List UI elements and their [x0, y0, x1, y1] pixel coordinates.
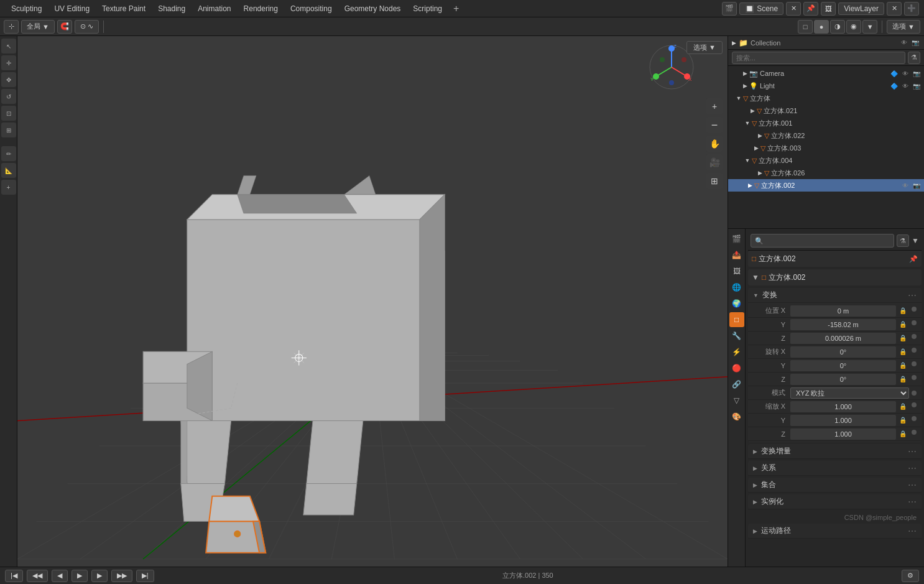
transform-section-header[interactable]: ▼ 变换 ⋯ [748, 288, 922, 303]
toggle-grid-icon[interactable]: ⊞ [706, 173, 723, 189]
outliner-item-camera[interactable]: ▶ 📷 Camera 🔷 👁 📷 [728, 67, 924, 80]
transform-tool-icon[interactable]: ⊞ [1, 123, 16, 137]
collections-section-header[interactable]: ▶ 集合 ⋯ [748, 478, 922, 493]
cursor-tool-icon[interactable]: ✛ [1, 55, 16, 70]
rendered-shading-btn[interactable]: ◉ [846, 20, 861, 34]
rot-y-dot[interactable] [912, 361, 917, 366]
physics-prop-icon[interactable]: 🔴 [729, 361, 744, 376]
position-z-input[interactable] [790, 333, 896, 344]
pin-scene-icon[interactable]: 📌 [803, 2, 818, 16]
play-next-keyframe-button[interactable]: ▶▶ [111, 570, 132, 582]
pos-x-dot[interactable] [912, 307, 917, 312]
menu-item-geometry-nodes[interactable]: Geometry Nodes [338, 0, 407, 17]
timeline-settings-button[interactable]: ⚙ [902, 570, 919, 582]
proportional-edit-btn[interactable]: ⊙ ∿ [75, 20, 99, 34]
material-prop-icon[interactable]: 🎨 [729, 409, 744, 424]
rotation-x-input[interactable] [790, 346, 896, 358]
play-start-button[interactable]: |◀ [5, 570, 23, 582]
rotation-y-input[interactable] [790, 360, 896, 371]
outliner-item-cube001[interactable]: ▼ ▽ 立方体.001 [728, 117, 924, 129]
close-scene-icon[interactable]: ✕ [786, 2, 801, 16]
scale-z-input[interactable] [790, 429, 896, 440]
menu-item-uv-editing[interactable]: UV Editing [48, 0, 96, 17]
scale-z-lock-icon[interactable]: 🔒 [899, 430, 907, 438]
render-icon[interactable]: 🎬 [722, 2, 737, 16]
world-prop-icon[interactable]: 🌍 [729, 296, 744, 311]
cube002-render-icon[interactable]: 📷 [912, 180, 922, 190]
outliner-item-cube026[interactable]: ▶ ▽ 立方体.026 [728, 167, 924, 179]
pos-y-dot[interactable] [912, 320, 917, 325]
options-button[interactable]: 选项 ▼ [887, 20, 920, 34]
modifier-prop-icon[interactable]: 🔧 [729, 328, 744, 343]
view-layer-prop-icon[interactable]: 🖼 [729, 264, 744, 279]
rotation-z-input[interactable] [790, 374, 896, 385]
global-local-selector[interactable]: 全局 ▼ [21, 20, 55, 34]
motion-paths-header[interactable]: ▶ 运动路径 ⋯ [748, 524, 922, 539]
menu-item-animation[interactable]: Animation [192, 0, 237, 17]
prop-filter-icon[interactable]: ⚗ [897, 234, 909, 247]
zoom-out-icon[interactable]: − [706, 117, 723, 133]
constraints-prop-icon[interactable]: 🔗 [729, 377, 744, 392]
play-button[interactable]: ▶ [72, 570, 88, 582]
scene-prop-icon[interactable]: 🌐 [729, 280, 744, 295]
camera-view-icon[interactable]: 🎥 [706, 154, 723, 170]
outliner-item-cube021[interactable]: ▶ ▽ 立方体.021 [728, 104, 924, 117]
close-view-layer-icon[interactable]: ✕ [887, 2, 902, 16]
output-prop-icon[interactable]: 📤 [729, 248, 744, 262]
collection-camera-icon[interactable]: 📷 [910, 38, 920, 48]
viewport-options-button[interactable]: 选项 ▼ [686, 41, 723, 54]
measure-tool-icon[interactable]: 📐 [1, 163, 16, 178]
position-y-input[interactable] [790, 319, 896, 330]
rot-z-lock-icon[interactable]: 🔒 [899, 375, 907, 384]
view-layer-selector[interactable]: ViewLayer [838, 2, 884, 15]
rot-x-dot[interactable] [912, 348, 917, 353]
pos-y-lock-icon[interactable]: 🔒 [899, 320, 907, 329]
pos-z-lock-icon[interactable]: 🔒 [899, 334, 907, 343]
menu-item-scripting[interactable]: Scripting [407, 0, 448, 17]
menu-item-compositing[interactable]: Compositing [284, 0, 338, 17]
collection-visibility-icon[interactable]: 👁 [899, 38, 909, 48]
outliner-item-cube004[interactable]: ▼ ▽ 立方体.004 [728, 154, 924, 167]
add-object-icon[interactable]: + [1, 180, 16, 195]
shading-options-btn[interactable]: ▼ [862, 20, 877, 34]
rotate-tool-icon[interactable]: ↺ [1, 89, 16, 104]
outliner-item-cube002[interactable]: ▶ ▽ 立方体.002 👁 📷 [728, 179, 924, 192]
object-prop-icon[interactable]: □ [729, 312, 744, 327]
pan-view-icon[interactable]: ✋ [706, 136, 723, 152]
select-tool-icon[interactable]: ↖ [1, 39, 16, 53]
snap-icon[interactable]: 🧲 [57, 20, 72, 34]
position-x-input[interactable] [790, 305, 896, 317]
scene-selector[interactable]: 🔲 Scene [739, 2, 783, 15]
collections-section-dots[interactable]: ⋯ [908, 480, 917, 490]
scale-x-lock-icon[interactable]: 🔒 [899, 402, 907, 411]
outliner-item-cube[interactable]: ▼ ▽ 立方体 [728, 92, 924, 104]
scale-tool-icon[interactable]: ⊡ [1, 106, 16, 121]
menu-item-sculpting[interactable]: Sculpting [5, 0, 48, 17]
particles-prop-icon[interactable]: ⚡ [729, 345, 744, 359]
camera-visibility-icon[interactable]: 👁 [900, 68, 910, 78]
delta-section-dots[interactable]: ⋯ [908, 447, 917, 457]
scale-y-lock-icon[interactable]: 🔒 [899, 416, 907, 425]
cube002-visibility-icon[interactable]: 👁 [900, 180, 910, 190]
wireframe-shading-btn[interactable]: □ [798, 20, 813, 34]
scale-x-input[interactable] [790, 401, 896, 412]
add-view-layer-icon[interactable]: ➕ [904, 2, 919, 16]
rot-x-lock-icon[interactable]: 🔒 [899, 348, 907, 356]
zoom-in-icon[interactable]: + [706, 98, 723, 114]
instancing-section-header[interactable]: ▶ 实例化 ⋯ [748, 494, 922, 509]
prop-object-selector[interactable]: ▼ □ 立方体.002 [748, 269, 922, 285]
outliner-item-cube022[interactable]: ▶ ▽ 立方体.022 [728, 129, 924, 142]
outliner-item-light[interactable]: ▶ 💡 Light 🔷 👁 📷 [728, 80, 924, 92]
rotation-mode-select[interactable]: XYZ 欧拉 XZY 欧拉 四元数 [790, 387, 909, 399]
light-visibility-icon[interactable]: 👁 [900, 81, 910, 91]
outliner-search-input[interactable] [732, 52, 905, 64]
relations-section-header[interactable]: ▶ 关系 ⋯ [748, 461, 922, 476]
light-render-icon[interactable]: 📷 [912, 81, 922, 91]
rot-mode-dot[interactable] [912, 391, 917, 396]
annotate-tool-icon[interactable]: ✏ [1, 146, 16, 161]
transform-delta-header[interactable]: ▶ 变换增量 ⋯ [748, 444, 922, 459]
scale-z-dot[interactable] [912, 430, 917, 435]
viewport[interactable]: Z Y X + − ✋ 🎥 ⊞ 选项 ▼ [17, 36, 728, 567]
collection-arrow[interactable]: ▶ [732, 40, 736, 46]
play-prev-frame-button[interactable]: ◀ [52, 570, 68, 582]
